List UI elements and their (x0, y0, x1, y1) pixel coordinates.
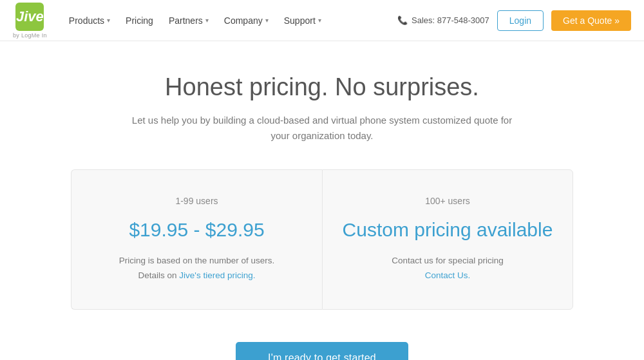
phone-number: 📞 Sales: 877-548-3007 (397, 15, 489, 25)
price-desc-small: Pricing is based on the number of users.… (91, 254, 303, 283)
price-desc-large: Contact us for special pricing Contact U… (342, 254, 553, 283)
chevron-down-icon: ▾ (205, 17, 209, 24)
logo-sub: by LogMe In (13, 32, 47, 39)
chevron-down-icon: ▾ (107, 17, 110, 24)
get-started-button[interactable]: I'm ready to get started (236, 342, 408, 360)
nav-item-products[interactable]: Products ▾ (62, 10, 117, 31)
logo[interactable]: Jive by LogMe In (13, 3, 47, 39)
hero-title: Honest pricing. No surprises. (45, 73, 599, 101)
phone-icon: 📞 (397, 15, 408, 25)
hero-subtitle: Let us help you by building a cloud-base… (129, 113, 515, 144)
price-small: $19.95 - $29.95 (91, 219, 303, 241)
nav-item-company[interactable]: Company ▾ (218, 10, 275, 31)
contact-us-link[interactable]: Contact Us. (425, 270, 471, 280)
navbar: Jive by LogMe In Products ▾ Pricing Part… (0, 0, 644, 41)
user-range-small: 1-99 users (91, 196, 303, 206)
pricing-card-small: 1-99 users $19.95 - $29.95 Pricing is ba… (71, 169, 322, 310)
logo-text: Jive (16, 10, 44, 24)
tiered-pricing-link[interactable]: Jive's tiered pricing. (179, 270, 255, 280)
chevron-down-icon: ▾ (265, 17, 269, 24)
chevron-down-icon: ▾ (318, 17, 321, 24)
price-large: Custom pricing available (342, 219, 553, 241)
pricing-card-large: 100+ users Custom pricing available Cont… (322, 169, 573, 310)
nav-item-support[interactable]: Support ▾ (278, 10, 328, 31)
nav-right: 📞 Sales: 877-548-3007 Login Get a Quote … (397, 10, 631, 31)
nav-item-pricing[interactable]: Pricing (119, 10, 160, 31)
login-button[interactable]: Login (497, 10, 544, 31)
cta-section: I'm ready to get started (45, 342, 599, 360)
main-content: Honest pricing. No surprises. Let us hel… (32, 41, 612, 360)
user-range-large: 100+ users (342, 196, 553, 206)
logo-box: Jive (15, 3, 44, 31)
nav-item-partners[interactable]: Partners ▾ (162, 10, 215, 31)
pricing-cards: 1-99 users $19.95 - $29.95 Pricing is ba… (45, 169, 599, 310)
get-quote-button[interactable]: Get a Quote » (551, 10, 631, 31)
nav-links: Products ▾ Pricing Partners ▾ Company ▾ … (62, 10, 397, 31)
